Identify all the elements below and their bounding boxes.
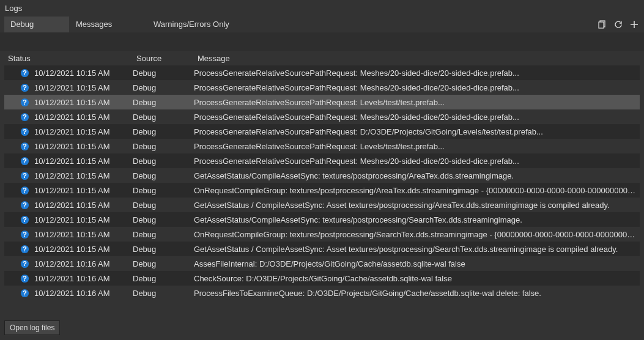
tab-debug[interactable]: Debug — [4, 17, 69, 32]
col-header-message[interactable]: Message — [194, 54, 640, 63]
cell-source: Debug — [133, 230, 194, 239]
svg-text:?: ? — [23, 187, 27, 194]
copy-icon[interactable] — [598, 20, 607, 29]
info-icon: ? — [20, 127, 29, 136]
cell-source: Debug — [133, 98, 194, 107]
timestamp: 10/12/2021 10:15 AM — [34, 127, 110, 136]
cell-source: Debug — [133, 68, 194, 78]
open-log-files-button[interactable]: Open log files — [4, 320, 60, 335]
info-icon: ? — [20, 157, 29, 166]
svg-text:?: ? — [23, 172, 27, 179]
info-icon: ? — [20, 201, 29, 210]
svg-rect-1 — [599, 22, 604, 28]
cell-status: ?10/12/2021 10:16 AM — [4, 289, 133, 298]
timestamp: 10/12/2021 10:15 AM — [34, 171, 110, 180]
cell-message: OnRequestCompileGroup: textures/postproc… — [194, 230, 640, 239]
cell-message: ProcessGenerateRelativeSourcePathRequest… — [194, 127, 640, 136]
table-row[interactable]: ?10/12/2021 10:15 AMDebugProcessGenerate… — [4, 109, 640, 124]
table-header: Status Source Message — [4, 51, 640, 65]
timestamp: 10/12/2021 10:15 AM — [34, 113, 110, 122]
cell-status: ?10/12/2021 10:15 AM — [4, 142, 133, 151]
info-icon: ? — [20, 98, 29, 107]
table-row[interactable]: ?10/12/2021 10:15 AMDebugOnRequestCompil… — [4, 183, 640, 198]
cell-status: ?10/12/2021 10:15 AM — [4, 127, 133, 136]
table-row[interactable]: ?10/12/2021 10:15 AMDebugProcessGenerate… — [4, 139, 640, 153]
info-icon: ? — [20, 259, 29, 268]
content-gap — [0, 32, 644, 51]
cell-source: Debug — [133, 127, 194, 136]
table-row[interactable]: ?10/12/2021 10:16 AMDebugProcessFilesToE… — [4, 286, 640, 300]
info-icon: ? — [20, 142, 29, 151]
panel-title: Logs — [0, 0, 644, 17]
cell-status: ?10/12/2021 10:15 AM — [4, 230, 133, 239]
timestamp: 10/12/2021 10:15 AM — [34, 215, 110, 224]
table-row[interactable]: ?10/12/2021 10:16 AMDebugAssesFileIntern… — [4, 256, 640, 271]
svg-text:?: ? — [23, 289, 27, 297]
cell-message: ProcessGenerateRelativeSourcePathRequest… — [194, 98, 640, 107]
cell-message: GetAssetStatus / CompileAssetSync: Asset… — [194, 201, 640, 210]
info-icon: ? — [20, 68, 29, 78]
tab-messages[interactable]: Messages — [70, 17, 147, 32]
info-icon: ? — [20, 171, 29, 180]
info-icon: ? — [20, 274, 29, 283]
cell-source: Debug — [133, 201, 194, 210]
cell-message: ProcessGenerateRelativeSourcePathRequest… — [194, 68, 640, 78]
cell-source: Debug — [133, 245, 194, 254]
refresh-icon[interactable] — [613, 20, 623, 29]
table-row[interactable]: ?10/12/2021 10:15 AMDebugProcessGenerate… — [4, 153, 640, 168]
col-header-source[interactable]: Source — [133, 54, 194, 63]
timestamp: 10/12/2021 10:15 AM — [34, 68, 110, 78]
cell-status: ?10/12/2021 10:15 AM — [4, 201, 133, 210]
svg-text:?: ? — [23, 69, 27, 76]
col-header-status[interactable]: Status — [4, 54, 133, 63]
svg-text:?: ? — [23, 216, 27, 223]
timestamp: 10/12/2021 10:15 AM — [34, 98, 110, 107]
cell-status: ?10/12/2021 10:15 AM — [4, 113, 133, 122]
info-icon: ? — [20, 245, 29, 254]
cell-message: ProcessGenerateRelativeSourcePathRequest… — [194, 113, 640, 122]
cell-message: GetAssetStatus/CompileAssetSync: texture… — [194, 171, 640, 180]
timestamp: 10/12/2021 10:15 AM — [34, 201, 110, 210]
timestamp: 10/12/2021 10:15 AM — [34, 157, 110, 166]
timestamp: 10/12/2021 10:16 AM — [34, 289, 110, 298]
table-row[interactable]: ?10/12/2021 10:15 AMDebugProcessGenerate… — [4, 65, 640, 80]
svg-text:?: ? — [23, 260, 27, 267]
cell-message: GetAssetStatus / CompileAssetSync: Asset… — [194, 245, 640, 254]
svg-text:?: ? — [23, 142, 27, 150]
cell-message: ProcessFilesToExamineQueue: D:/O3DE/Proj… — [194, 289, 640, 298]
table-row[interactable]: ?10/12/2021 10:15 AMDebugProcessGenerate… — [4, 95, 640, 109]
info-icon: ? — [20, 186, 29, 195]
table-row[interactable]: ?10/12/2021 10:16 AMDebugCheckSource: D:… — [4, 271, 640, 286]
svg-text:?: ? — [23, 275, 27, 282]
info-icon: ? — [20, 83, 29, 92]
table-row[interactable]: ?10/12/2021 10:15 AMDebugGetAssetStatus/… — [4, 212, 640, 227]
table-row[interactable]: ?10/12/2021 10:15 AMDebugGetAssetStatus/… — [4, 168, 640, 183]
info-icon: ? — [20, 230, 29, 239]
cell-status: ?10/12/2021 10:15 AM — [4, 215, 133, 224]
table-row[interactable]: ?10/12/2021 10:15 AMDebugProcessGenerate… — [4, 124, 640, 139]
cell-status: ?10/12/2021 10:15 AM — [4, 186, 133, 195]
cell-source: Debug — [133, 171, 194, 180]
cell-source: Debug — [133, 83, 194, 92]
table-row[interactable]: ?10/12/2021 10:15 AMDebugGetAssetStatus … — [4, 242, 640, 256]
tab-warnings-errors[interactable]: Warnings/Errors Only — [147, 17, 262, 32]
table-row[interactable]: ?10/12/2021 10:15 AMDebugGetAssetStatus … — [4, 198, 640, 212]
timestamp: 10/12/2021 10:15 AM — [34, 186, 110, 195]
cell-status: ?10/12/2021 10:15 AM — [4, 83, 133, 92]
table-row[interactable]: ?10/12/2021 10:15 AMDebugOnRequestCompil… — [4, 227, 640, 242]
cell-source: Debug — [133, 142, 194, 151]
cell-status: ?10/12/2021 10:15 AM — [4, 171, 133, 180]
cell-source: Debug — [133, 186, 194, 195]
cell-status: ?10/12/2021 10:15 AM — [4, 68, 133, 78]
timestamp: 10/12/2021 10:15 AM — [34, 230, 110, 239]
cell-source: Debug — [133, 259, 194, 268]
table-row[interactable]: ?10/12/2021 10:15 AMDebugProcessGenerate… — [4, 80, 640, 95]
add-icon[interactable] — [629, 20, 639, 29]
svg-text:?: ? — [23, 98, 27, 106]
timestamp: 10/12/2021 10:16 AM — [34, 259, 110, 268]
cell-message: CheckSource: D:/O3DE/Projects/GitGoing/C… — [194, 274, 640, 283]
cell-source: Debug — [133, 274, 194, 283]
log-table: Status Source Message ?10/12/2021 10:15 … — [4, 51, 640, 300]
cell-message: OnRequestCompileGroup: textures/postproc… — [194, 186, 640, 195]
cell-source: Debug — [133, 157, 194, 166]
